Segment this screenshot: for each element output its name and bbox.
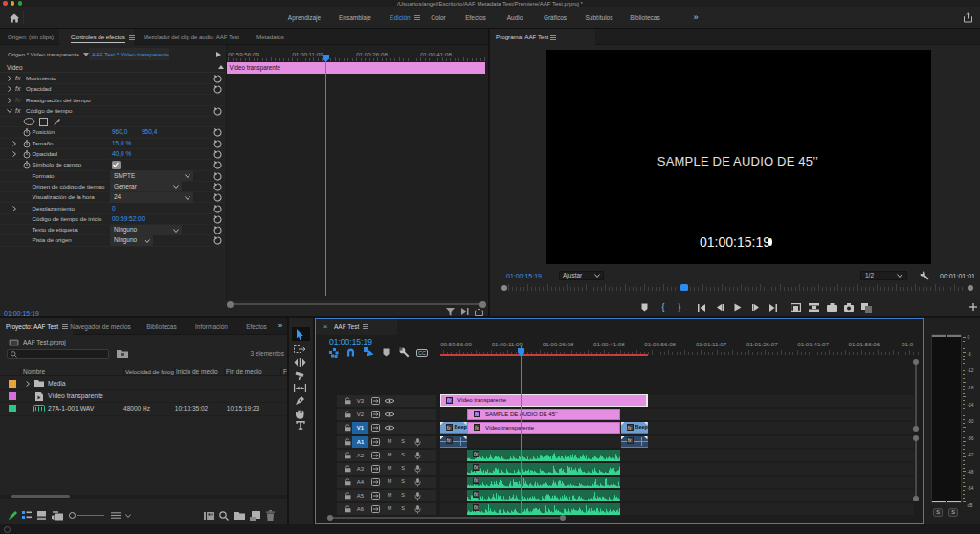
- svg-text:CC: CC: [418, 350, 426, 356]
